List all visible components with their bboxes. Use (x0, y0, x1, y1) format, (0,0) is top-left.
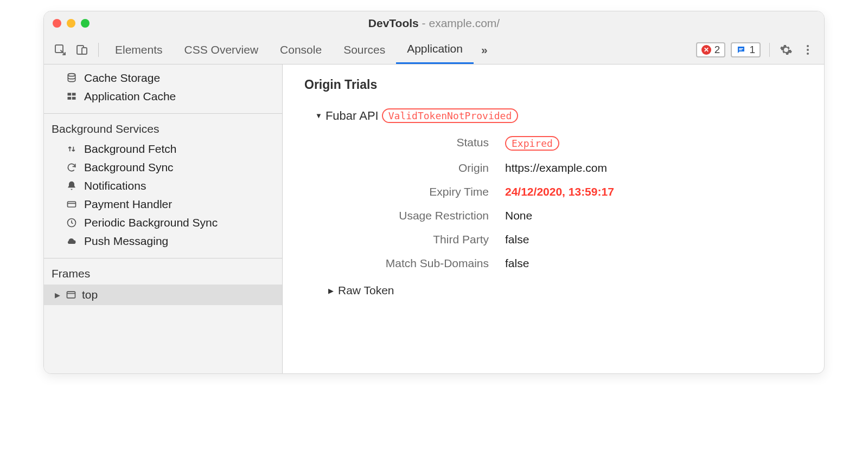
panel-tabs: Elements CSS Overview Console Sources Ap… (104, 35, 474, 64)
sidebar-item-background-sync[interactable]: Background Sync (44, 158, 282, 177)
tab-console[interactable]: Console (269, 35, 333, 64)
token-status-tag: ValidTokenNotProvided (382, 108, 519, 123)
svg-rect-4 (739, 49, 742, 50)
svg-rect-16 (67, 292, 75, 298)
tab-elements[interactable]: Elements (104, 35, 174, 64)
minimize-icon[interactable] (67, 19, 75, 28)
frames-item-top[interactable]: ▶ top (44, 285, 282, 305)
status-badges: ✕ 2 1 (696, 42, 761, 57)
page-title: Origin Trials (304, 77, 824, 92)
svg-rect-12 (72, 97, 76, 100)
toolbar-separator-2 (769, 43, 770, 57)
label-usage-restriction: Usage Restriction (315, 209, 489, 222)
errors-count: 2 (714, 44, 720, 56)
devtools-window: DevTools - example.com/ Elements CSS Ove… (43, 11, 825, 374)
more-tabs-button[interactable]: » (474, 43, 495, 56)
sidebar-divider (44, 113, 282, 114)
triangle-down-icon: ▼ (315, 112, 322, 120)
trial-row-header[interactable]: ▼ Fubar API ValidTokenNotProvided (315, 108, 824, 123)
sidebar-item-periodic-background-sync[interactable]: Periodic Background Sync (44, 214, 282, 232)
clock-icon (66, 217, 78, 229)
tab-sources[interactable]: Sources (333, 35, 396, 64)
svg-rect-13 (68, 202, 76, 207)
trial-name: Fubar API (326, 109, 379, 123)
value-third-party: false (505, 233, 824, 246)
raw-token-label: Raw Token (338, 284, 394, 297)
sidebar-item-label: Periodic Background Sync (84, 216, 218, 229)
label-third-party: Third Party (315, 233, 489, 246)
traffic-lights (53, 19, 90, 28)
card-icon (66, 198, 78, 210)
errors-badge[interactable]: ✕ 2 (696, 42, 726, 57)
svg-rect-2 (82, 48, 87, 54)
grid-icon (66, 90, 78, 102)
chevron-double-right-icon: » (481, 43, 488, 56)
triangle-right-icon: ▶ (328, 287, 334, 295)
svg-rect-9 (68, 93, 72, 95)
svg-point-6 (807, 49, 809, 51)
sidebar-item-label: Push Messaging (84, 235, 168, 248)
sidebar-item-push-messaging[interactable]: Push Messaging (44, 232, 282, 250)
sidebar-item-application-cache[interactable]: Application Cache (44, 87, 282, 106)
raw-token-row[interactable]: ▶ Raw Token (328, 284, 824, 297)
value-origin: https://example.com (505, 161, 824, 174)
value-match-subdomains: false (505, 257, 824, 270)
message-icon (736, 45, 746, 55)
zoom-icon[interactable] (81, 19, 90, 28)
svg-point-8 (68, 74, 75, 76)
messages-badge[interactable]: 1 (731, 42, 761, 57)
window-title-sep: - (419, 17, 429, 29)
svg-point-5 (807, 45, 809, 47)
status-badge: Expired (505, 136, 559, 151)
sidebar-item-label: Background Fetch (84, 143, 176, 156)
updown-icon (66, 143, 78, 155)
sidebar-item-payment-handler[interactable]: Payment Handler (44, 195, 282, 214)
svg-rect-3 (739, 48, 744, 49)
more-menu-button[interactable] (797, 43, 819, 56)
device-toggle-icon[interactable] (71, 35, 93, 64)
sidebar-item-cache-storage[interactable]: Cache Storage (44, 69, 282, 87)
frames-item-label: top (82, 288, 98, 301)
bell-icon (66, 180, 78, 192)
svg-rect-10 (72, 93, 76, 95)
tab-css-overview[interactable]: CSS Overview (174, 35, 270, 64)
triangle-right-icon: ▶ (55, 291, 60, 299)
toolbar-separator (98, 43, 99, 57)
sidebar-heading-frames: Frames (44, 264, 282, 285)
error-icon: ✕ (701, 45, 711, 55)
label-expiry: Expiry Time (315, 185, 489, 198)
close-icon[interactable] (53, 19, 61, 28)
sidebar-item-background-fetch[interactable]: Background Fetch (44, 140, 282, 158)
sidebar-item-label: Application Cache (84, 90, 176, 103)
messages-count: 1 (749, 44, 755, 56)
main-panel: Origin Trials ▼ Fubar API ValidTokenNotP… (283, 64, 824, 373)
sidebar-item-label: Background Sync (84, 161, 174, 174)
application-sidebar: Cache Storage Application Cache Backgrou… (44, 64, 283, 373)
sidebar-item-label: Notifications (84, 179, 146, 192)
window-icon (66, 289, 76, 300)
panel-body: Cache Storage Application Cache Backgrou… (44, 64, 824, 373)
sidebar-item-label: Payment Handler (84, 198, 172, 211)
title-bar: DevTools - example.com/ (44, 11, 824, 35)
settings-button[interactable] (775, 43, 797, 56)
svg-point-7 (807, 53, 809, 55)
trial-details: Status Expired Origin https://example.co… (315, 136, 824, 270)
label-match-subdomains: Match Sub-Domains (315, 257, 489, 270)
sidebar-heading-background-services: Background Services (44, 119, 282, 140)
database-icon (66, 72, 78, 84)
label-origin: Origin (315, 161, 489, 174)
value-status: Expired (505, 136, 824, 151)
value-usage-restriction: None (505, 209, 824, 222)
value-expiry: 24/12/2020, 13:59:17 (505, 185, 824, 198)
toolbar: Elements CSS Overview Console Sources Ap… (44, 35, 824, 64)
label-status: Status (315, 136, 489, 151)
sidebar-item-notifications[interactable]: Notifications (44, 177, 282, 195)
sidebar-divider-2 (44, 258, 282, 258)
svg-rect-11 (68, 97, 72, 100)
sync-icon (66, 161, 78, 173)
cloud-icon (66, 235, 78, 247)
inspect-element-icon[interactable] (49, 35, 71, 64)
window-title-strong: DevTools (368, 17, 419, 29)
window-title: DevTools - example.com/ (44, 17, 824, 30)
tab-application[interactable]: Application (396, 35, 474, 64)
